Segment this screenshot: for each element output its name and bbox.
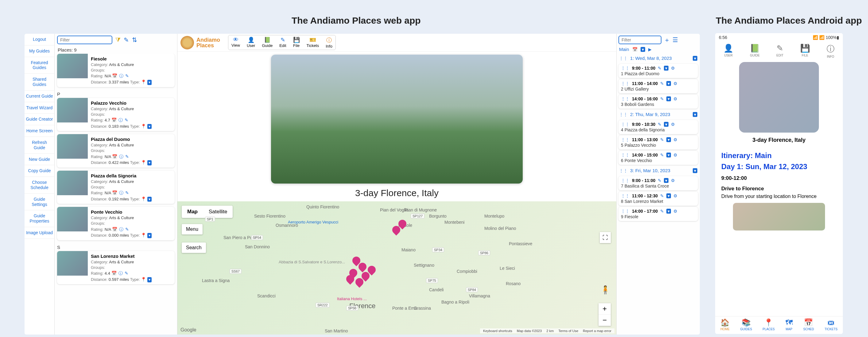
menu-tab-file[interactable]: 💾File <box>290 35 303 50</box>
collapse-icon[interactable]: ▾ <box>664 178 669 183</box>
menu-tab-edit[interactable]: ✎Edit <box>276 35 289 50</box>
add-icon[interactable]: ＋ <box>664 36 670 44</box>
edit-icon[interactable]: ✎ <box>125 154 129 160</box>
leftnav-item[interactable]: Home Screen <box>25 125 54 137</box>
kbd-shortcuts-link[interactable]: Keyboard shortcuts <box>483 329 512 333</box>
schedule-card[interactable]: ⋮⋮ 11:00 - 12:30 ✎ ▾ ⚙ 8 San Lorenzo Mar… <box>618 191 698 206</box>
play-icon[interactable]: ▶ <box>648 47 652 52</box>
info-icon[interactable]: ⓘ <box>119 117 123 123</box>
info-icon[interactable]: ⓘ <box>119 190 123 196</box>
place-card[interactable]: Ponte Vecchio Category: Arts & Culture G… <box>57 207 175 240</box>
hamburger-icon[interactable]: ☰ <box>673 36 678 43</box>
schedule-card[interactable]: ⋮⋮ 9:00 - 11:00 ✎ ▾ ⚙ 7 Basilica di Sant… <box>618 176 698 190</box>
terms-link[interactable]: Terms of Use <box>558 329 578 333</box>
edit-icon[interactable]: ✎ <box>660 137 664 142</box>
pin-icon[interactable]: 📍 <box>141 80 146 84</box>
calendar-icon[interactable]: 📅 <box>632 47 638 52</box>
leftnav-item[interactable]: Shared Guides <box>25 74 54 91</box>
pin-icon[interactable]: 📍 <box>141 233 146 238</box>
schedule-filter-input[interactable] <box>618 36 661 44</box>
edit-icon[interactable]: ✎ <box>660 96 664 101</box>
zoom-in-button[interactable]: + <box>598 303 611 315</box>
collapse-icon[interactable]: ▾ <box>147 233 152 238</box>
edit-icon[interactable]: ✎ <box>125 190 129 196</box>
gear-icon[interactable]: ⚙ <box>671 122 675 127</box>
phone-top-user[interactable]: 👤USER <box>723 43 733 58</box>
place-card[interactable]: Piazza del Duomo Category: Arts & Cultur… <box>57 134 175 167</box>
phone-top-info[interactable]: ⓘINFO <box>827 43 835 58</box>
leftnav-item[interactable]: Travel Wizard <box>25 102 54 114</box>
schedule-day-row[interactable]: ⋮⋮3: Fri, Mar 10, 2023▾ <box>618 166 698 175</box>
phone-nav-tickets[interactable]: 🎟TICKETS <box>825 318 837 331</box>
pin-icon[interactable]: 📍 <box>141 124 146 129</box>
schedule-main-row[interactable]: Main 📅 ▾ ▶ <box>617 46 700 53</box>
place-card[interactable]: Palazzo Vecchio Category: Arts & Culture… <box>57 98 175 131</box>
edit-icon[interactable]: ✎ <box>124 36 129 43</box>
map-tab-map[interactable]: Map <box>182 206 203 218</box>
grip-icon[interactable]: ⋮⋮ <box>621 178 629 183</box>
pin-icon[interactable]: 📍 <box>141 196 146 201</box>
gear-icon[interactable]: ⚙ <box>673 96 677 101</box>
leftnav-item[interactable]: Guide Settings <box>25 194 54 211</box>
schedule-card[interactable]: ⋮⋮ 14:00 - 15:00 ✎ ▾ ⚙ 6 Ponte Vecchio <box>618 151 698 165</box>
places-filter-input[interactable] <box>57 36 112 44</box>
collapse-icon[interactable]: ▾ <box>693 112 698 117</box>
grip-icon[interactable]: ⋮⋮ <box>621 137 629 142</box>
gear-icon[interactable]: ⚙ <box>673 153 677 157</box>
collapse-icon[interactable]: ▾ <box>693 168 698 173</box>
calendar-icon[interactable]: 📅 <box>112 270 117 277</box>
info-icon[interactable]: ⓘ <box>119 270 123 277</box>
schedule-list[interactable]: ⋮⋮1: Wed, Mar 8, 2023▾ ⋮⋮ 9:00 - 11:00 ✎… <box>617 53 700 335</box>
collapse-icon[interactable]: ▾ <box>666 209 671 214</box>
edit-icon[interactable]: ✎ <box>125 226 129 233</box>
places-list[interactable]: Fiesole Category: Arts & Culture Groups:… <box>55 54 177 335</box>
edit-icon[interactable]: ✎ <box>125 117 128 123</box>
schedule-card[interactable]: ⋮⋮ 9:00 - 10:30 ✎ ▾ ⚙ 4 Piazza della Sig… <box>618 120 698 134</box>
schedule-card[interactable]: ⋮⋮ 11:00 - 14:00 ✎ ▾ ⚙ 2 Uffizi Gallery <box>618 79 698 93</box>
leftnav-item[interactable]: Featured Guides <box>25 57 54 74</box>
collapse-icon[interactable]: ▾ <box>693 56 698 61</box>
grip-icon[interactable]: ⋮⋮ <box>621 122 629 127</box>
schedule-card[interactable]: ⋮⋮ 11:00 - 13:00 ✎ ▾ ⚙ 5 Palazzo Vecchio <box>618 135 698 150</box>
leftnav-item[interactable]: Current Guide <box>25 91 54 102</box>
grip-icon[interactable]: ⋮⋮ <box>619 112 628 117</box>
edit-icon[interactable]: ✎ <box>660 193 664 198</box>
collapse-icon[interactable]: ▾ <box>147 80 152 85</box>
schedule-card[interactable]: ⋮⋮ 14:00 - 16:00 ✎ ▾ ⚙ 3 Boboli Gardens <box>618 95 698 109</box>
leftnav-item[interactable]: My Guides <box>25 45 54 57</box>
gear-icon[interactable]: ⚙ <box>673 81 677 86</box>
filter-icon[interactable]: ⧩ <box>115 36 121 43</box>
collapse-icon[interactable]: ▾ <box>147 197 152 202</box>
phone-body[interactable]: Itinerary: Main Day 1: Sun, Mar 12, 2023… <box>715 149 843 316</box>
leftnav-item[interactable]: Refresh Guide <box>25 137 54 154</box>
fullscreen-icon[interactable]: ⛶ <box>600 232 611 243</box>
map-search-button[interactable]: Search <box>182 242 206 253</box>
calendar-icon[interactable]: 📅 <box>112 117 117 123</box>
grip-icon[interactable]: ⋮⋮ <box>619 168 628 173</box>
edit-icon[interactable]: ✎ <box>660 153 664 157</box>
menu-tab-user[interactable]: 👤User <box>244 35 258 50</box>
leftnav-item[interactable]: Choose Schedule <box>25 177 54 194</box>
collapse-icon[interactable]: ▾ <box>664 66 669 70</box>
phone-nav-sched[interactable]: 📅SCHED <box>803 318 814 331</box>
info-icon[interactable]: ⓘ <box>119 226 123 233</box>
place-card[interactable]: Fiesole Category: Arts & Culture Groups:… <box>57 54 175 87</box>
grip-icon[interactable]: ⋮⋮ <box>621 153 629 157</box>
schedule-card[interactable]: ⋮⋮ 9:00 - 11:00 ✎ ▾ ⚙ 1 Piazza del Duomo <box>618 64 698 78</box>
leftnav-item[interactable]: Logout <box>25 34 54 45</box>
gear-icon[interactable]: ⚙ <box>673 193 677 198</box>
info-icon[interactable]: ⓘ <box>119 154 123 160</box>
zoom-out-button[interactable]: − <box>598 315 611 326</box>
calendar-icon[interactable]: 📅 <box>112 226 117 233</box>
menu-tab-info[interactable]: ⓘInfo <box>322 35 336 50</box>
calendar-icon[interactable]: 📅 <box>112 73 117 79</box>
info-icon[interactable]: ⓘ <box>119 73 123 79</box>
leftnav-item[interactable]: New Guide <box>25 154 54 165</box>
phone-nav-places[interactable]: 📍PLACES <box>763 318 775 331</box>
edit-icon[interactable]: ✎ <box>658 122 661 127</box>
collapse-icon[interactable]: ▾ <box>147 277 152 282</box>
leftnav-item[interactable]: Image Upload <box>25 227 54 239</box>
phone-nav-home[interactable]: 🏠HOME <box>720 318 730 331</box>
leftnav-item[interactable]: Guide Properties <box>25 210 54 227</box>
collapse-icon[interactable]: ▾ <box>147 124 152 129</box>
